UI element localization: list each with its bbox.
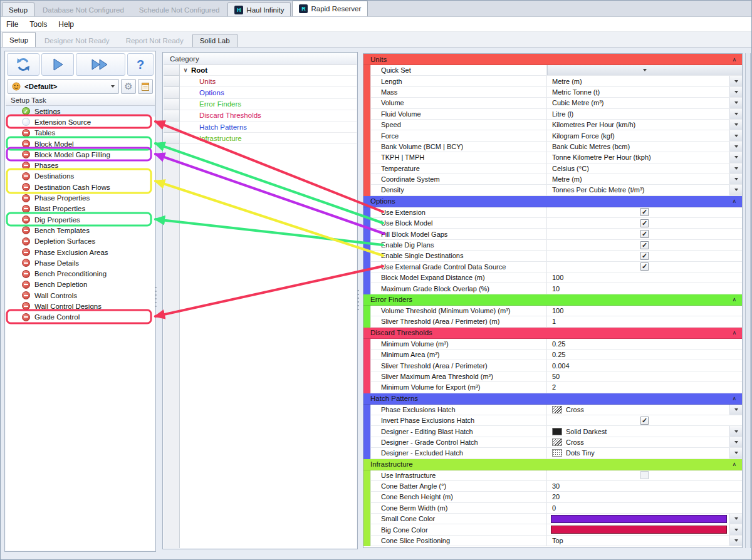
- dropdown-button[interactable]: [729, 152, 742, 162]
- task-item-blast-properties[interactable]: Blast Properties: [6, 204, 155, 214]
- task-item-destinations[interactable]: Destinations: [6, 171, 155, 182]
- checkbox-checked[interactable]: ✓: [640, 262, 649, 271]
- task-item-wall-control-designs[interactable]: Wall Control Designs: [6, 301, 155, 311]
- task-item-bench-templates[interactable]: Bench Templates: [6, 225, 155, 236]
- refresh-button[interactable]: [7, 53, 39, 76]
- property-value[interactable]: Solid Darkest: [547, 426, 729, 436]
- dropdown-button[interactable]: [729, 426, 742, 436]
- property-value[interactable]: [547, 524, 729, 534]
- task-item-phase-exclusion-areas[interactable]: Phase Exclusion Areas: [6, 247, 155, 257]
- section-header-hatch-patterns[interactable]: Hatch Patterns∧: [363, 393, 742, 405]
- task-item-phase-details[interactable]: Phase Details: [6, 257, 155, 268]
- dropdown-button[interactable]: [729, 163, 742, 174]
- property-value[interactable]: Metre (m): [547, 76, 729, 86]
- task-item-bench-preconditioning[interactable]: Bench Preconditioning: [6, 268, 155, 279]
- property-value[interactable]: 100: [547, 306, 742, 316]
- chevron-up-icon[interactable]: ∧: [732, 461, 736, 467]
- dropdown-button[interactable]: [729, 109, 742, 119]
- subtab-setup[interactable]: Setup: [2, 32, 36, 47]
- property-value[interactable]: 1: [547, 316, 742, 326]
- help-button[interactable]: ?: [127, 53, 154, 76]
- chevron-down-icon[interactable]: ∨: [180, 67, 191, 73]
- checkbox-checked[interactable]: ✓: [640, 252, 649, 260]
- property-value[interactable]: Celsius (°C): [547, 163, 729, 174]
- category-item-options[interactable]: Options: [180, 87, 357, 98]
- property-value[interactable]: Bank Cubic Metres (bcm): [547, 142, 729, 152]
- dropdown-button[interactable]: [729, 120, 742, 130]
- dropdown-button[interactable]: [729, 448, 742, 458]
- tab-haul-infinity[interactable]: HHaul Infinity: [227, 3, 291, 16]
- run-all-button[interactable]: [76, 53, 126, 76]
- profile-settings-button[interactable]: ⚙: [121, 79, 136, 94]
- property-value[interactable]: Tonnes Per Cubic Metre (t/m³): [547, 185, 729, 195]
- property-value[interactable]: 0.004: [547, 360, 742, 370]
- profile-combo[interactable]: <Default>: [8, 79, 119, 94]
- dropdown-button[interactable]: [729, 405, 742, 415]
- quick-set-combo[interactable]: [547, 65, 742, 75]
- checkbox-checked[interactable]: ✓: [640, 219, 649, 227]
- task-item-destination-cash-flows[interactable]: Destination Cash Flows: [6, 182, 155, 192]
- chevron-up-icon[interactable]: ∧: [732, 329, 736, 336]
- category-item-root[interactable]: ∨Root: [180, 65, 357, 76]
- category-item-hatch-patterns[interactable]: Hatch Patterns: [180, 122, 357, 133]
- task-item-depletion-surfaces[interactable]: Depletion Surfaces: [6, 236, 155, 247]
- dropdown-button[interactable]: [729, 437, 742, 447]
- task-item-block-model-gap-filling[interactable]: Block Model Gap Filling: [6, 149, 155, 160]
- task-item-dig-properties[interactable]: Dig Properties: [6, 214, 155, 225]
- task-item-grade-control[interactable]: Grade Control: [6, 312, 155, 323]
- subtab-solid-lab[interactable]: Solid Lab: [192, 34, 238, 47]
- dropdown-button[interactable]: [729, 98, 742, 108]
- dropdown-button[interactable]: [729, 130, 742, 140]
- property-value[interactable]: Metric Tonne (t): [547, 87, 729, 97]
- category-item-units[interactable]: Units: [180, 76, 357, 87]
- property-value[interactable]: Dots Tiny: [547, 448, 729, 458]
- menu-tools[interactable]: Tools: [24, 17, 53, 31]
- property-value[interactable]: 2: [547, 382, 742, 392]
- splitter-left[interactable]: [154, 286, 157, 307]
- task-item-tables[interactable]: Tables: [6, 128, 155, 138]
- task-item-block-model[interactable]: Block Model: [6, 138, 155, 149]
- checkbox-checked[interactable]: ✓: [640, 417, 649, 425]
- checkbox-checked[interactable]: ✓: [640, 208, 649, 216]
- property-value[interactable]: Cross: [547, 405, 729, 415]
- splitter-right[interactable]: [357, 289, 360, 310]
- dropdown-button[interactable]: [729, 524, 742, 534]
- tab-rapid-reserver[interactable]: RRapid Reserver: [292, 1, 368, 16]
- dropdown-button[interactable]: [729, 514, 742, 524]
- menu-file[interactable]: File: [1, 17, 24, 31]
- tab-setup[interactable]: Setup: [2, 3, 34, 16]
- property-value[interactable]: 100: [547, 272, 742, 283]
- task-item-settings[interactable]: Settings: [6, 106, 155, 117]
- property-value[interactable]: Kilometres Per Hour (km/h): [547, 120, 729, 130]
- property-value[interactable]: Metre (m): [547, 174, 729, 184]
- chevron-up-icon[interactable]: ∧: [732, 296, 736, 303]
- section-header-units[interactable]: Units∧: [363, 54, 742, 65]
- property-value[interactable]: 20: [547, 492, 742, 502]
- section-header-error-finders[interactable]: Error Finders∧: [363, 294, 742, 306]
- section-header-infrastructure[interactable]: Infrastructure∧: [363, 459, 742, 470]
- category-item-discard-thresholds[interactable]: Discard Thresholds: [180, 110, 357, 122]
- menu-help[interactable]: Help: [53, 17, 80, 31]
- chevron-up-icon[interactable]: ∧: [732, 56, 736, 63]
- property-value[interactable]: 0: [547, 503, 742, 513]
- property-value[interactable]: [547, 514, 729, 524]
- property-value[interactable]: 50: [547, 371, 742, 381]
- property-value[interactable]: Kilogram Force (kgf): [547, 130, 729, 140]
- property-value[interactable]: 0.25: [547, 350, 742, 360]
- task-item-wall-controls[interactable]: Wall Controls: [6, 290, 155, 301]
- dropdown-button[interactable]: [729, 185, 742, 195]
- property-value[interactable]: 30: [547, 481, 742, 491]
- chevron-up-icon[interactable]: ∧: [732, 198, 736, 204]
- dropdown-button[interactable]: [729, 142, 742, 152]
- task-item-phase-properties[interactable]: Phase Properties: [6, 192, 155, 203]
- chevron-up-icon[interactable]: ∧: [732, 395, 736, 402]
- property-value[interactable]: Top: [547, 536, 729, 546]
- dropdown-button[interactable]: [729, 87, 742, 97]
- property-value[interactable]: 0.25: [547, 339, 742, 349]
- dropdown-button[interactable]: [729, 174, 742, 184]
- task-item-phases[interactable]: Phases: [6, 160, 155, 170]
- task-item-bench-depletion[interactable]: Bench Depletion: [6, 279, 155, 290]
- checkbox-checked[interactable]: ✓: [640, 241, 649, 249]
- dropdown-button[interactable]: [729, 536, 742, 546]
- section-header-discard-thresholds[interactable]: Discard Thresholds∧: [363, 328, 742, 339]
